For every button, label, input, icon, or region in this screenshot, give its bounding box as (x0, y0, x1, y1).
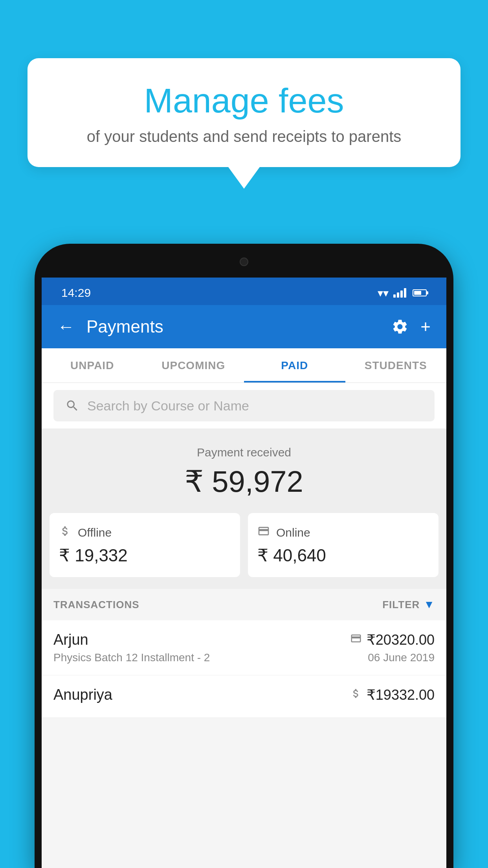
transactions-label: TRANSACTIONS (53, 599, 139, 611)
transactions-header: TRANSACTIONS FILTER ▼ (42, 589, 446, 620)
transaction-top: Anupriya ₹19332.00 (53, 686, 435, 703)
tab-unpaid[interactable]: UNPAID (42, 348, 143, 383)
status-time: 14:29 (61, 286, 91, 300)
offline-payment-icon (350, 688, 362, 702)
offline-icon (59, 525, 72, 541)
status-bar: 14:29 ▾▾ (42, 278, 446, 305)
payment-cards: Offline ₹ 19,332 Online (42, 513, 446, 589)
tab-upcoming[interactable]: UPCOMING (143, 348, 244, 383)
transaction-course: Physics Batch 12 Installment - 2 (53, 651, 210, 664)
battery-icon (413, 289, 427, 296)
notch (205, 251, 283, 272)
speech-bubble-wrapper: Manage fees of your students and send re… (28, 58, 460, 189)
speech-bubble-subtitle: of your students and send receipts to pa… (59, 128, 429, 145)
speech-bubble: Manage fees of your students and send re… (28, 58, 460, 167)
screen-content: Search by Course or Name Payment receive… (42, 383, 446, 868)
payment-received-amount: ₹ 59,972 (53, 464, 435, 499)
app-bar: ← Payments + (42, 305, 446, 348)
speech-bubble-arrow (228, 167, 260, 189)
phone-frame: 14:29 ▾▾ (35, 244, 453, 868)
app-bar-actions: + (391, 317, 431, 337)
online-card-header: Online (257, 525, 310, 541)
phone-screen: 14:29 ▾▾ (42, 278, 446, 868)
transaction-amount-wrapper: ₹20320.00 (350, 632, 435, 648)
filter-button[interactable]: FILTER ▼ (382, 598, 435, 611)
search-bar-container: Search by Course or Name (42, 383, 446, 428)
signal-icon (393, 288, 406, 298)
tab-students[interactable]: STUDENTS (345, 348, 447, 383)
transaction-row[interactable]: Arjun ₹20320.00 Physics Batch 12 Install… (42, 620, 446, 675)
tabs-bar: UNPAID UPCOMING PAID STUDENTS (42, 348, 446, 383)
online-payment-icon (350, 633, 362, 647)
filter-label: FILTER (382, 599, 420, 611)
speech-bubble-title: Manage fees (59, 82, 429, 120)
transaction-name: Arjun (53, 631, 88, 648)
transaction-name: Anupriya (53, 686, 112, 703)
camera (240, 257, 248, 266)
search-bar[interactable]: Search by Course or Name (53, 390, 435, 421)
settings-button[interactable] (391, 318, 409, 335)
transaction-amount-wrapper: ₹19332.00 (350, 687, 435, 703)
online-type: Online (276, 526, 310, 539)
online-card: Online ₹ 40,640 (248, 513, 438, 577)
wifi-icon: ▾▾ (378, 287, 389, 300)
transaction-date: 06 June 2019 (368, 651, 435, 664)
transaction-amount: ₹20320.00 (367, 632, 435, 648)
tab-paid[interactable]: PAID (244, 348, 345, 383)
app-bar-title: Payments (86, 317, 380, 337)
status-icons: ▾▾ (378, 287, 427, 300)
transaction-bottom: Physics Batch 12 Installment - 2 06 June… (53, 651, 435, 664)
offline-type: Offline (78, 526, 112, 539)
payment-received-label: Payment received (53, 446, 435, 459)
phone-inner: 14:29 ▾▾ (42, 251, 446, 868)
transaction-amount: ₹19332.00 (367, 687, 435, 703)
offline-card: Offline ₹ 19,332 (50, 513, 240, 577)
search-icon (65, 399, 79, 413)
transaction-top: Arjun ₹20320.00 (53, 631, 435, 648)
back-button[interactable]: ← (57, 317, 75, 337)
search-placeholder: Search by Course or Name (87, 398, 249, 414)
payment-summary: Payment received ₹ 59,972 (42, 428, 446, 513)
online-icon (257, 525, 270, 541)
offline-amount: ₹ 19,332 (59, 545, 128, 565)
add-button[interactable]: + (420, 317, 431, 337)
filter-icon: ▼ (424, 598, 435, 611)
offline-card-header: Offline (59, 525, 112, 541)
online-amount: ₹ 40,640 (257, 545, 326, 565)
transaction-row[interactable]: Anupriya ₹19332.00 (42, 675, 446, 718)
